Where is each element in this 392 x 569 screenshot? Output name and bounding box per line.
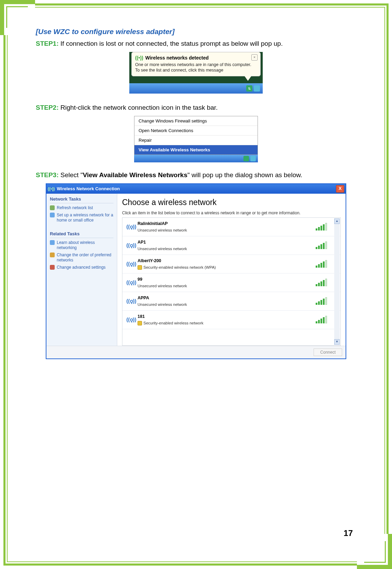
balloon-tail [244,76,251,81]
svg-rect-4 [250,156,256,161]
screenshot-context-menu: Change Windows Firewall settings Open Ne… [134,116,258,162]
network-desc: Security-enabled wireless network [138,321,316,325]
main-title: Choose a wireless network [122,198,341,207]
network-name: RalinkInitialAP [138,221,316,226]
dialog-titlebar: ((•))Wireless Network Connection X [46,184,346,194]
sidebar-head-related-tasks: Related Tasks [50,231,113,238]
signal-icon [316,297,331,305]
antenna-icon: ((ǫ)) [125,279,138,286]
network-desc: Unsecured wireless network [138,247,316,251]
info-icon [50,240,55,245]
corner-ornament-br [357,534,392,569]
network-tray-icon[interactable]: ⇅ [246,85,252,92]
setup-icon [50,213,55,217]
context-menu: Change Windows Firewall settings Open Ne… [134,116,258,155]
ctx-item-repair[interactable]: Repair [134,136,258,145]
screenshot-wireless-dialog: ((•))Wireless Network Connection X Netwo… [46,183,346,359]
network-row[interactable]: ((ǫ))AP1Unsecured wireless network [122,236,340,255]
dialog-footer: Connect [46,346,346,358]
network-name: AP1 [138,240,316,245]
gear-icon [50,265,55,270]
ctx-item-open-connections[interactable]: Open Network Connections [134,126,258,136]
svg-rect-3 [243,156,249,161]
network-row[interactable]: ((ǫ))99Unsecured wireless network [122,273,340,292]
signal-icon [316,223,331,230]
network-name: 99 [138,277,316,282]
antenna-icon: ((ǫ)) [125,224,138,230]
connect-button[interactable]: Connect [314,348,342,356]
sidebar-link-label: Refresh network list [57,205,93,211]
balloon-body: One or more wireless networks are in ran… [135,62,257,74]
network-desc: Security-enabled wireless network (WPA) [138,265,316,270]
page-number: 17 [344,528,353,538]
network-tray-icon[interactable] [243,156,249,161]
antenna-icon: ((ǫ)) [125,242,138,248]
section-heading: [Use WZC to configure wireless adapter] [36,28,356,36]
sidebar-link-label: Change the order of preferred networks [57,253,113,263]
step3-label: STEP3: [36,171,59,179]
wireless-icon: ((•)) [48,186,55,191]
antenna-icon: ((ǫ)) [125,298,138,304]
network-row[interactable]: ((ǫ))181Security-enabled wireless networ… [122,311,340,329]
sidebar-link-label: Set up a wireless network for a home or … [57,213,113,223]
main-hint: Click an item in the list below to conne… [122,211,341,215]
sidebar-link-setup-network[interactable]: Set up a wireless network for a home or … [50,213,113,223]
taskbar: ⇅ [129,83,263,94]
step2-label: STEP2: [36,104,59,111]
step2-text: Right-click the network connection icon … [59,104,218,111]
scrollbar[interactable]: ▲ ▼ [334,218,340,345]
sidebar-link-advanced[interactable]: Change advanced settings [50,265,113,270]
sidebar-head-network-tasks: Network Tasks [50,196,113,203]
star-icon [50,253,55,257]
sidebar-link-label: Change advanced settings [57,265,106,270]
scroll-up-button[interactable]: ▲ [334,218,340,224]
step1-line: STEP1: If connection is lost or not conn… [36,39,356,49]
network-row[interactable]: ((ǫ))APPAUnsecured wireless network [122,292,340,311]
sidebar-link-order[interactable]: Change the order of preferred networks [50,253,113,263]
sidebar-link-learn[interactable]: Learn about wireless networking [50,240,113,250]
lock-icon [138,265,142,270]
antenna-icon: ((ǫ)) [125,261,138,267]
sidebar-link-refresh[interactable]: Refresh network list [50,205,113,211]
network-desc: Unsecured wireless network [138,228,316,232]
screenshot-balloon: ((•)) Wireless networks detected × One o… [129,52,263,94]
network-desc: Unsecured wireless network [138,302,316,307]
dialog-main: Choose a wireless network Click an item … [117,194,346,346]
antenna-icon: ((ǫ)) [125,316,138,323]
network-list: ((ǫ))RalinkInitialAPUnsecured wireless n… [122,217,341,346]
step3-line: STEP3: Select "View Available Wireless N… [36,171,356,180]
network-row[interactable]: ((ǫ))RalinkInitialAPUnsecured wireless n… [122,218,340,236]
balloon-title: Wireless networks detected [145,55,209,61]
network-name: 181 [138,314,316,319]
wireless-tray-icon[interactable] [250,156,256,161]
sidebar: Network Tasks Refresh network list Set u… [46,194,117,346]
signal-icon [316,316,331,323]
step3-pre: Select " [59,171,83,179]
step3-post: " will pop up the dialog shown as below. [187,171,302,179]
network-name: AlbertY-200 [138,258,316,263]
wireless-tray-icon[interactable] [254,85,260,92]
lock-icon [138,321,142,325]
sidebar-link-label: Learn about wireless networking [57,240,113,250]
corner-ornament-tl [0,0,35,35]
wireless-icon: ((•)) [135,55,143,61]
dialog-close-button[interactable]: X [336,185,344,193]
scroll-down-button[interactable]: ▼ [334,339,340,345]
ctx-item-firewall[interactable]: Change Windows Firewall settings [134,116,258,126]
step1-text: If connection is lost or not connected, … [59,40,283,47]
dialog-title: Wireless Network Connection [57,186,120,191]
step3-bold: View Available Wireless Networks [83,171,187,179]
network-desc: Unsecured wireless network [138,284,316,288]
network-row[interactable]: ((ǫ))AlbertY-200Security-enabled wireles… [122,255,340,273]
balloon-close-button[interactable]: × [251,54,258,61]
refresh-icon [50,205,55,210]
svg-rect-2 [254,85,260,92]
signal-icon [316,241,331,249]
svg-text:⇅: ⇅ [248,87,251,90]
signal-icon [316,260,331,268]
step1-label: STEP1: [36,40,59,47]
network-name: APPA [138,296,316,300]
balloon-tooltip[interactable]: ((•)) Wireless networks detected × One o… [131,52,261,77]
taskbar [134,155,258,162]
ctx-item-view-networks[interactable]: View Available Wireless Networks [134,145,258,154]
